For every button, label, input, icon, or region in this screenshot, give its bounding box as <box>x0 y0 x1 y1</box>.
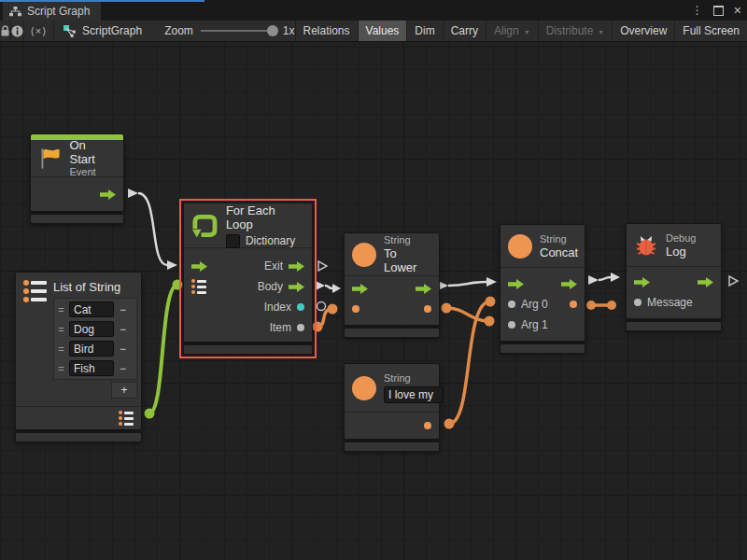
remove-item-button[interactable]: − <box>117 303 129 316</box>
node-list-of-string[interactable]: List of String = − = − <box>15 272 142 442</box>
port-label-item: Item <box>270 321 291 334</box>
remove-item-button[interactable]: − <box>117 323 129 336</box>
wire-tolower-to-concat-flow <box>438 277 497 290</box>
message-input-port[interactable] <box>634 299 641 306</box>
dim-label: Dim <box>415 24 434 37</box>
string-output-port[interactable] <box>424 422 431 429</box>
list-item-input[interactable] <box>69 301 114 317</box>
drag-handle[interactable]: = <box>56 324 66 335</box>
graph-breadcrumb[interactable]: ScriptGraph <box>54 21 151 41</box>
node-description-strip <box>344 328 440 338</box>
result-output-port[interactable] <box>570 301 577 308</box>
flow-output-port[interactable] <box>416 284 431 294</box>
node-description-strip <box>344 441 440 452</box>
wire-concat-to-message <box>586 301 616 310</box>
flow-input-port[interactable] <box>508 279 524 289</box>
node-description-strip <box>500 343 585 354</box>
values-button[interactable]: Values <box>358 21 407 41</box>
graph-name: ScriptGraph <box>82 24 142 37</box>
flow-input-port[interactable] <box>634 277 650 287</box>
overview-button[interactable]: Overview <box>612 21 674 41</box>
tab-title: Script Graph <box>27 5 90 18</box>
arg1-input-port[interactable] <box>508 321 515 329</box>
node-for-each-loop[interactable]: For Each Loop Dictionary Exit <box>183 203 313 355</box>
code-view-button[interactable]: ⟨×⟩ <box>24 21 54 41</box>
info-button[interactable] <box>11 21 24 41</box>
dictionary-checkbox[interactable] <box>226 234 240 248</box>
relations-label: Relations <box>303 24 350 37</box>
arg0-input-port[interactable] <box>508 301 515 308</box>
string-input-port[interactable] <box>352 305 359 313</box>
node-title: On Start <box>70 138 115 166</box>
zoom-slider[interactable] <box>201 30 275 32</box>
list-input-port[interactable] <box>191 279 206 294</box>
bug-icon <box>634 233 658 258</box>
list-item-row: = − <box>56 359 134 377</box>
align-label: Align <box>494 24 519 37</box>
result-output-port[interactable] <box>424 305 431 313</box>
node-category: Debug <box>666 232 696 245</box>
maximize-icon[interactable] <box>713 6 724 16</box>
wire-tolower-to-arg1 <box>442 303 495 327</box>
node-string-literal[interactable]: String <box>344 363 440 452</box>
node-category: String <box>384 372 444 385</box>
string-type-icon <box>352 243 376 267</box>
remove-item-button[interactable]: − <box>117 362 129 375</box>
full-screen-button[interactable]: Full Screen <box>674 21 747 41</box>
string-value-input[interactable] <box>384 386 444 403</box>
zoom-slider-handle[interactable] <box>267 25 278 36</box>
window-menu-icon[interactable]: ⋮ <box>692 5 703 16</box>
node-title: List of String <box>53 280 137 294</box>
node-concat[interactable]: String Concat <box>500 224 585 354</box>
list-item-input[interactable] <box>69 341 114 357</box>
lock-icon <box>0 25 10 37</box>
list-item-input[interactable] <box>69 321 114 337</box>
graph-canvas[interactable]: On Start Event <box>0 42 747 560</box>
port-label-arg0: Arg 0 <box>521 298 548 311</box>
flow-input-port[interactable] <box>352 284 368 294</box>
flow-output-port[interactable] <box>289 282 304 292</box>
flow-output-port[interactable] <box>100 189 116 200</box>
node-to-lower[interactable]: String To Lower <box>344 232 440 338</box>
lock-button[interactable] <box>0 21 11 41</box>
tab-script-graph[interactable]: Script Graph <box>3 2 101 21</box>
node-subtitle: Event <box>70 166 115 178</box>
tab-bar: Script Graph ⋮ × <box>0 0 747 21</box>
list-icon <box>23 280 47 399</box>
drag-handle[interactable]: = <box>56 304 66 315</box>
flow-output-port[interactable] <box>561 279 577 289</box>
distribute-dropdown[interactable]: Distribute ▼ <box>538 21 613 41</box>
list-item-row: = − <box>56 340 134 357</box>
distribute-label: Distribute <box>546 24 594 37</box>
node-title: For Each Loop <box>226 203 303 231</box>
overview-label: Overview <box>620 24 667 37</box>
index-output-port[interactable] <box>297 303 304 311</box>
relations-button[interactable]: Relations <box>295 21 358 41</box>
drag-handle[interactable]: = <box>56 343 66 355</box>
carry-button[interactable]: Carry <box>443 21 486 41</box>
dim-button[interactable]: Dim <box>406 21 442 41</box>
exit-unconnected-triangle <box>318 261 327 271</box>
hierarchy-icon <box>9 7 21 17</box>
flow-input-port[interactable] <box>191 261 207 272</box>
list-output-port[interactable] <box>119 411 134 426</box>
add-item-button[interactable]: + <box>111 382 137 399</box>
flow-output-port[interactable] <box>698 277 713 287</box>
wire-concat-to-log-flow <box>588 273 620 285</box>
port-label-message: Message <box>647 296 693 309</box>
item-output-port[interactable] <box>297 324 304 331</box>
flow-output-port[interactable] <box>289 261 304 272</box>
zoom-label: Zoom <box>164 24 193 37</box>
node-title: Concat <box>540 245 578 259</box>
node-debug-log[interactable]: Debug Log <box>626 223 722 331</box>
close-icon[interactable]: × <box>734 4 741 17</box>
align-dropdown[interactable]: Align ▼ <box>486 21 538 41</box>
string-type-icon <box>352 376 376 400</box>
dropdown-caret-icon: ▼ <box>598 29 604 35</box>
drag-handle[interactable]: = <box>56 363 66 374</box>
node-on-start[interactable]: On Start Event <box>30 133 124 224</box>
node-description-strip <box>183 344 313 355</box>
wire-body-to-tolower <box>316 281 341 293</box>
list-item-input[interactable] <box>69 360 114 376</box>
remove-item-button[interactable]: − <box>117 343 129 356</box>
